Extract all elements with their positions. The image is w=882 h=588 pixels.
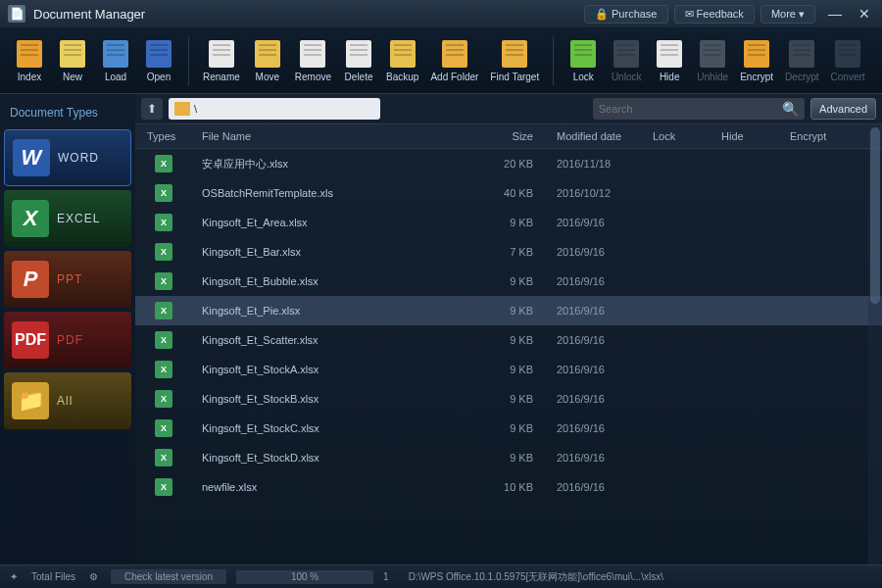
- xls-icon: X: [155, 155, 172, 172]
- app-title: Document Manager: [33, 7, 145, 22]
- scrollbar-thumb[interactable]: [870, 127, 880, 304]
- move-button[interactable]: Move: [246, 36, 289, 84]
- encrypt-button[interactable]: Encrypt: [734, 36, 779, 84]
- purchase-button[interactable]: 🔒 Purchase: [584, 5, 668, 24]
- unhide-button: Unhide: [691, 36, 734, 84]
- pdf-icon: PDF: [12, 321, 49, 359]
- sidebar-item-ppt[interactable]: PPPT: [4, 251, 131, 308]
- delete-icon: [343, 38, 374, 70]
- file-row[interactable]: XKingsoft_Et_Scatter.xlsx9 KB2016/9/16: [135, 325, 882, 355]
- up-folder-button[interactable]: ⬆: [141, 98, 163, 120]
- open-button[interactable]: Open: [137, 36, 180, 84]
- xls-icon: X: [155, 478, 172, 496]
- search-input[interactable]: [599, 103, 782, 115]
- addfolder-icon: [439, 38, 470, 70]
- col-enc[interactable]: Encrypt: [790, 130, 858, 142]
- col-lock[interactable]: Lock: [653, 130, 721, 142]
- encrypt-icon: [741, 38, 772, 70]
- xls-icon: X: [155, 272, 172, 290]
- content-area: ⬆ \ 🔍 Advanced Types File Name Size Modi…: [135, 94, 882, 564]
- progress-indicator: 100 %: [236, 570, 373, 584]
- col-size[interactable]: Size: [476, 130, 545, 142]
- xls-icon: X: [155, 184, 172, 202]
- col-mod[interactable]: Modified date: [545, 130, 653, 142]
- ppt-icon: P: [12, 261, 49, 298]
- file-row[interactable]: XKingsoft_Et_StockD.xlsx9 KB2016/9/16: [135, 443, 882, 472]
- remove-icon: [297, 38, 328, 70]
- check-version-button[interactable]: Check latest version: [111, 569, 226, 584]
- lock-icon: [567, 38, 599, 70]
- title-bar: 📄 Document Manager 🔒 Purchase ✉ Feedback…: [0, 0, 882, 27]
- unlock-button: Unlock: [605, 36, 648, 84]
- search-icon[interactable]: 🔍: [782, 101, 799, 117]
- all-icon: 📁: [12, 382, 49, 419]
- hide-button[interactable]: Hide: [648, 36, 691, 84]
- col-name[interactable]: File Name: [192, 130, 476, 142]
- xls-icon: X: [155, 449, 172, 466]
- file-row[interactable]: Xnewfile.xlsx10 KB2016/9/16: [135, 472, 882, 502]
- sidebar-item-word[interactable]: WWORD: [4, 129, 131, 186]
- status-bar: ✦ Total Files ⚙ Check latest version 100…: [0, 564, 882, 588]
- delete-button[interactable]: Delete: [337, 36, 380, 84]
- open-icon: [143, 38, 174, 70]
- folder-icon: [174, 102, 190, 116]
- load-button[interactable]: Load: [94, 36, 137, 84]
- file-row[interactable]: XKingsoft_Et_StockC.xlsx9 KB2016/9/16: [135, 414, 882, 443]
- advanced-button[interactable]: Advanced: [810, 98, 876, 120]
- index-icon: [14, 38, 45, 70]
- excel-icon: X: [12, 200, 49, 237]
- addfolder-button[interactable]: Add Folder: [424, 36, 484, 84]
- rename-button[interactable]: Rename: [197, 36, 246, 84]
- file-row[interactable]: XKingsoft_Et_Bar.xlsx7 KB2016/9/16: [135, 237, 882, 267]
- file-row[interactable]: XKingsoft_Et_Bubble.xlsx9 KB2016/9/16: [135, 267, 882, 296]
- total-files-label: Total Files: [31, 571, 75, 582]
- file-row[interactable]: XKingsoft_Et_StockA.xlsx9 KB2016/9/16: [135, 355, 882, 384]
- xls-icon: X: [155, 419, 172, 437]
- remove-button[interactable]: Remove: [289, 36, 337, 84]
- file-row[interactable]: XOSBatchRemitTemplate.xls40 KB2016/10/12: [135, 178, 882, 208]
- load-icon: [100, 38, 131, 70]
- xls-icon: X: [155, 361, 172, 378]
- scrollbar[interactable]: [868, 123, 882, 564]
- new-button[interactable]: New: [51, 36, 94, 84]
- file-list: X安卓应用中心.xlsx20 KB2016/11/18XOSBatchRemit…: [135, 149, 882, 564]
- selected-count: 1: [383, 571, 389, 582]
- lock-button[interactable]: Lock: [562, 36, 605, 84]
- search-box[interactable]: 🔍: [593, 98, 805, 120]
- xls-icon: X: [155, 331, 172, 349]
- settings-icon[interactable]: ⚙: [85, 569, 101, 585]
- findtarget-button[interactable]: Find Target: [484, 36, 545, 84]
- hide-icon: [654, 38, 685, 70]
- index-button[interactable]: Index: [8, 36, 51, 84]
- backup-button[interactable]: Backup: [380, 36, 424, 84]
- file-row[interactable]: XKingsoft_Et_Area.xlsx9 KB2016/9/16: [135, 208, 882, 237]
- findtarget-icon: [499, 38, 530, 70]
- path-row: ⬆ \ 🔍 Advanced: [135, 94, 882, 123]
- word-icon: W: [13, 139, 50, 176]
- sidebar-item-excel[interactable]: XEXCEL: [4, 190, 131, 247]
- feedback-button[interactable]: ✉ Feedback: [674, 5, 755, 24]
- toolbar: IndexNewLoadOpenRenameMoveRemoveDeleteBa…: [0, 27, 882, 94]
- file-row[interactable]: XKingsoft_Et_StockB.xlsx9 KB2016/9/16: [135, 384, 882, 414]
- sidebar-item-pdf[interactable]: PDFPDF: [4, 312, 131, 368]
- minimize-button[interactable]: —: [825, 4, 845, 24]
- xls-icon: X: [155, 243, 172, 261]
- decrypt-icon: [786, 38, 817, 70]
- path-box[interactable]: \: [169, 98, 380, 120]
- unlock-icon: [611, 38, 642, 70]
- file-row[interactable]: X安卓应用中心.xlsx20 KB2016/11/18: [135, 149, 882, 178]
- xls-icon: X: [155, 214, 172, 231]
- move-icon: [252, 38, 283, 70]
- file-row[interactable]: XKingsoft_Et_Pie.xlsx9 KB2016/9/16: [135, 296, 882, 325]
- current-path: \: [194, 103, 197, 115]
- convert-button: Convert: [825, 36, 871, 84]
- decrypt-button: Decrypt: [779, 36, 824, 84]
- xls-icon: X: [155, 302, 172, 319]
- more-button[interactable]: More ▾: [760, 5, 815, 24]
- rename-icon: [206, 38, 237, 70]
- total-files-icon[interactable]: ✦: [6, 569, 22, 585]
- sidebar-item-all[interactable]: 📁All: [4, 372, 131, 429]
- col-hide[interactable]: Hide: [721, 130, 790, 142]
- col-types[interactable]: Types: [135, 130, 192, 142]
- close-button[interactable]: ✕: [855, 4, 874, 24]
